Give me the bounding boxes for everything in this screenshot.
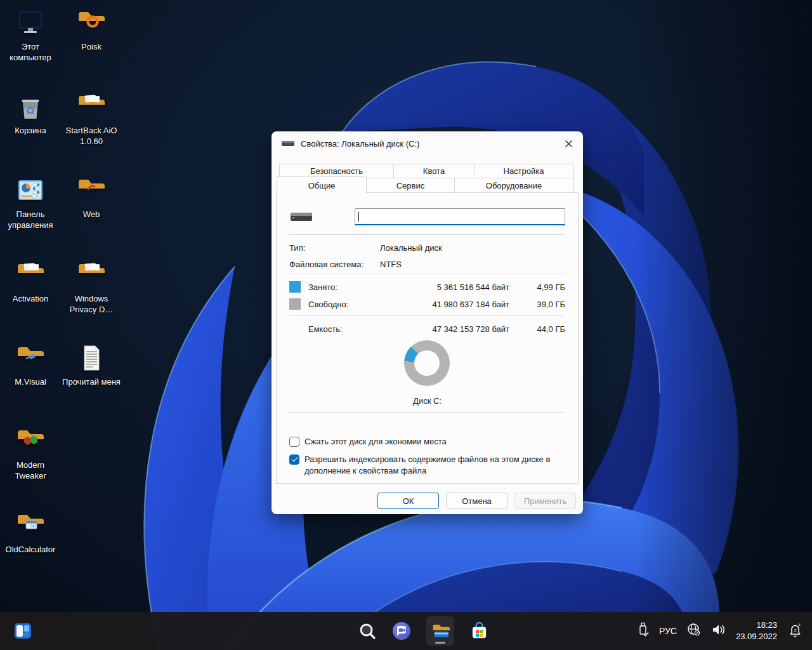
- index-checkbox[interactable]: [289, 454, 299, 465]
- time: 18:23: [736, 620, 777, 631]
- desktop-icon-poisk[interactable]: Poisk: [62, 8, 121, 53]
- notification-center-button[interactable]: z z: [787, 621, 803, 640]
- free-swatch: [289, 298, 301, 310]
- svg-text:z: z: [798, 622, 800, 627]
- folder-files-icon: [76, 91, 107, 122]
- taskbar: РУС 18:23 23.0: [0, 612, 812, 650]
- desktop-icon-this-pc[interactable]: Этот компьютер: [1, 8, 60, 63]
- desktop-icon-mvisual[interactable]: M.Visual: [1, 343, 60, 388]
- store-button[interactable]: [469, 621, 488, 640]
- compress-checkbox[interactable]: [289, 437, 299, 447]
- folder-gems-icon: [15, 426, 46, 456]
- text-document-icon: [76, 343, 107, 373]
- folder-calculator-icon: 8: [15, 510, 46, 541]
- file-explorer-icon: [431, 621, 450, 640]
- disk-usage-donut: [404, 340, 450, 386]
- computer-icon: [15, 8, 46, 38]
- close-button[interactable]: [554, 131, 583, 156]
- volume-tray-button[interactable]: [711, 622, 726, 640]
- language-indicator[interactable]: РУС: [659, 626, 677, 636]
- free-space-row: Свободно: 41 980 637 184 байт 39,0 ГБ: [289, 296, 565, 312]
- desktop-icon-label: Poisk: [81, 42, 102, 53]
- ok-button[interactable]: ОК: [377, 493, 439, 509]
- type-row: Тип: Локальный диск: [289, 239, 565, 256]
- globe-no-internet-icon: [686, 622, 702, 637]
- svg-text:8: 8: [32, 524, 34, 527]
- general-tab-page: Тип: Локальный диск Файловая система: NT…: [276, 192, 579, 484]
- used-space-row: Занято: 5 361 516 544 байт 4,99 ГБ: [289, 279, 565, 295]
- control-panel-icon: [15, 175, 46, 206]
- compress-checkbox-row[interactable]: Сжать этот диск для экономии места: [289, 436, 565, 448]
- desktop-icon-label: Modern Tweaker: [1, 460, 60, 482]
- desktop-icon-label: Панель управления: [1, 209, 60, 231]
- search-icon: [358, 622, 376, 640]
- desktop-icon-readme[interactable]: Прочитай меня: [62, 343, 121, 388]
- speaker-icon: [711, 622, 726, 637]
- clock[interactable]: 18:23 23.09.2022: [736, 620, 777, 642]
- safely-remove-hardware-icon: [637, 621, 650, 638]
- apply-button[interactable]: Применить: [514, 493, 576, 509]
- filesystem-row: Файловая система: NTFS: [289, 256, 565, 272]
- cancel-button[interactable]: Отмена: [446, 493, 508, 509]
- windows-start-icon: [325, 623, 342, 640]
- desktop-icon-label: Web: [83, 209, 100, 220]
- bell-dnd-icon: z z: [787, 621, 803, 638]
- folder-files-icon: [76, 260, 107, 290]
- desktop-icon-label: M.Visual: [15, 377, 46, 388]
- desktop-icon-label: Activation: [13, 294, 48, 305]
- network-tray-button[interactable]: [686, 622, 702, 640]
- desktop-icon-windows-privacy[interactable]: Windows Privacy D…: [62, 260, 121, 315]
- desktop-icon-modern-tweaker[interactable]: Modern Tweaker: [1, 426, 60, 482]
- desktop-icon-label: Корзина: [15, 126, 46, 136]
- disk-name-label: Диск C:: [289, 396, 565, 406]
- search-button[interactable]: [358, 621, 377, 640]
- folder-search-icon: [76, 8, 107, 38]
- dialog-buttons: ОК Отмена Применить: [377, 493, 576, 509]
- desktop-icon-label: Windows Privacy D…: [62, 294, 121, 315]
- index-checkbox-row[interactable]: Разрешить индексировать содержимое файло…: [289, 454, 565, 476]
- tab-quota[interactable]: Квота: [393, 164, 475, 178]
- date: 23.09.2022: [736, 631, 777, 642]
- file-explorer-button[interactable]: [426, 616, 454, 646]
- chat-button[interactable]: [392, 621, 411, 640]
- svg-text:♻: ♻: [25, 104, 35, 117]
- volume-label-input[interactable]: [355, 208, 565, 225]
- start-button[interactable]: [324, 621, 343, 640]
- svg-text:z: z: [794, 628, 797, 633]
- close-icon: [565, 140, 573, 148]
- tab-general[interactable]: Общие: [277, 176, 367, 194]
- capacity-row: Емкость: 47 342 153 728 байт 44,0 ГБ: [289, 321, 565, 337]
- separator: [289, 234, 565, 235]
- usb-tray-button[interactable]: [637, 621, 650, 640]
- drive-icon: [281, 140, 295, 147]
- recycle-bin-icon: ♻: [15, 91, 46, 122]
- microsoft-store-icon: [470, 622, 488, 640]
- folder-web-icon: [76, 175, 107, 206]
- desktop-icon-startback[interactable]: StartBack AiO 1.0.60: [62, 91, 121, 147]
- chat-icon: [392, 621, 411, 640]
- running-app-indicator: [435, 642, 445, 644]
- tab-hardware[interactable]: Оборудование: [454, 178, 573, 193]
- desktop-icon-recycle-bin[interactable]: ♻ Корзина: [1, 91, 60, 136]
- tab-tools[interactable]: Сервис: [366, 178, 455, 193]
- separator: [289, 274, 565, 274]
- desktop-icon-label: OldCalculator: [6, 545, 56, 555]
- desktop-icon-control-panel[interactable]: Панель управления: [1, 175, 60, 231]
- desktop-icon-label: StartBack AiO 1.0.60: [62, 126, 121, 147]
- desktop-icon-label: Этот компьютер: [1, 42, 60, 63]
- drive-icon-large: [289, 209, 313, 223]
- dialog-title-bar[interactable]: Свойства: Локальный диск (C:): [272, 131, 583, 156]
- tab-customize[interactable]: Настройка: [474, 164, 573, 178]
- separator: [289, 412, 565, 413]
- separator: [289, 315, 565, 316]
- folder-files-icon: [15, 260, 46, 290]
- desktop-icon-activation[interactable]: Activation: [1, 260, 60, 305]
- folder-tool-icon: [15, 343, 46, 373]
- desktop: Этот компьютер Poisk ♻ Корзина StartBack…: [0, 0, 812, 650]
- desktop-icon-web[interactable]: Web: [62, 175, 121, 220]
- text-caret: [358, 212, 359, 222]
- properties-dialog: Свойства: Локальный диск (C:) Безопаснос…: [272, 131, 583, 514]
- dialog-title: Свойства: Локальный диск (C:): [301, 139, 419, 149]
- desktop-icon-label: Прочитай меня: [62, 377, 121, 388]
- desktop-icon-oldcalculator[interactable]: 8 OldCalculator: [1, 510, 60, 555]
